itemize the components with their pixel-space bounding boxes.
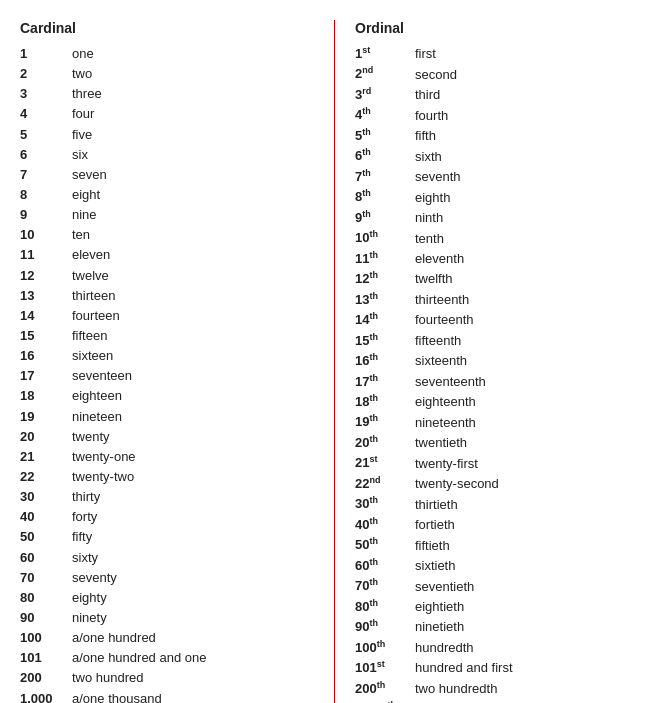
ordinal-word: fourth xyxy=(415,106,448,126)
cardinal-word: thirteen xyxy=(72,286,115,306)
cardinal-word: nine xyxy=(72,205,97,225)
main-container: Cardinal 1one2two3three4four5five6six7se… xyxy=(10,20,659,703)
ordinal-number: 60th xyxy=(355,556,415,576)
cardinal-number: 101 xyxy=(20,648,72,668)
cardinal-number: 13 xyxy=(20,286,72,306)
ordinal-row: 80theightieth xyxy=(355,597,649,617)
ordinal-word: two hundredth xyxy=(415,679,497,699)
ordinal-row: 8theighth xyxy=(355,187,649,207)
cardinal-number: 3 xyxy=(20,84,72,104)
cardinal-word: three xyxy=(72,84,102,104)
cardinal-word: seventy xyxy=(72,568,117,588)
cardinal-number: 16 xyxy=(20,346,72,366)
ordinal-number: 13th xyxy=(355,290,415,310)
ordinal-word: seventieth xyxy=(415,577,474,597)
ordinal-number: 19th xyxy=(355,412,415,432)
ordinal-row: 14thfourteenth xyxy=(355,310,649,330)
ordinal-word: nineteenth xyxy=(415,413,476,433)
ordinal-row: 12thtwelfth xyxy=(355,269,649,289)
ordinal-number: 16th xyxy=(355,351,415,371)
ordinal-number: 10th xyxy=(355,228,415,248)
cardinal-row: 40forty xyxy=(20,507,314,527)
cardinal-word: fifteen xyxy=(72,326,107,346)
cardinal-number: 11 xyxy=(20,245,72,265)
ordinal-row: 2ndsecond xyxy=(355,64,649,84)
cardinal-row: 101a/one hundred and one xyxy=(20,648,314,668)
ordinal-number: 6th xyxy=(355,146,415,166)
ordinal-row: 70thseventieth xyxy=(355,576,649,596)
cardinal-row: 10ten xyxy=(20,225,314,245)
cardinal-row: 18eighteen xyxy=(20,386,314,406)
cardinal-word: seventeen xyxy=(72,366,132,386)
cardinal-number: 15 xyxy=(20,326,72,346)
cardinal-number: 40 xyxy=(20,507,72,527)
ordinal-word: eighth xyxy=(415,188,450,208)
ordinal-row: 9thninth xyxy=(355,208,649,228)
cardinal-number: 70 xyxy=(20,568,72,588)
cardinal-row: 16sixteen xyxy=(20,346,314,366)
cardinal-word: eight xyxy=(72,185,100,205)
cardinal-row: 50fifty xyxy=(20,527,314,547)
ordinal-number: 21st xyxy=(355,453,415,473)
cardinal-row: 100a/one hundred xyxy=(20,628,314,648)
ordinal-word: first xyxy=(415,44,436,64)
ordinal-number: 70th xyxy=(355,576,415,596)
cardinal-list: 1one2two3three4four5five6six7seven8eight… xyxy=(20,44,314,703)
cardinal-number: 80 xyxy=(20,588,72,608)
cardinal-header: Cardinal xyxy=(20,20,314,36)
ordinal-number: 1st xyxy=(355,44,415,64)
ordinal-row: 90thninetieth xyxy=(355,617,649,637)
ordinal-row: 22ndtwenty-second xyxy=(355,474,649,494)
cardinal-word: sixty xyxy=(72,548,98,568)
cardinal-row: 19nineteen xyxy=(20,407,314,427)
ordinal-number: 22nd xyxy=(355,474,415,494)
ordinal-word: seventh xyxy=(415,167,461,187)
ordinal-word: eleventh xyxy=(415,249,464,269)
cardinal-number: 8 xyxy=(20,185,72,205)
ordinal-number: 50th xyxy=(355,535,415,555)
ordinal-row: 6thsixth xyxy=(355,146,649,166)
cardinal-word: a/one hundred xyxy=(72,628,156,648)
ordinal-number: 18th xyxy=(355,392,415,412)
cardinal-row: 80eighty xyxy=(20,588,314,608)
cardinal-word: two xyxy=(72,64,92,84)
ordinal-row: 7thseventh xyxy=(355,167,649,187)
cardinal-number: 9 xyxy=(20,205,72,225)
cardinal-row: 30thirty xyxy=(20,487,314,507)
ordinal-word: ninth xyxy=(415,208,443,228)
cardinal-number: 17 xyxy=(20,366,72,386)
ordinal-word: fortieth xyxy=(415,515,455,535)
cardinal-word: fifty xyxy=(72,527,92,547)
ordinal-number: 200th xyxy=(355,679,415,699)
cardinal-word: thirty xyxy=(72,487,100,507)
ordinal-word: twelfth xyxy=(415,269,453,289)
ordinal-number: 12th xyxy=(355,269,415,289)
ordinal-word: fiftieth xyxy=(415,536,450,556)
cardinal-number: 5 xyxy=(20,125,72,145)
ordinal-row: 1stfirst xyxy=(355,44,649,64)
cardinal-row: 13thirteen xyxy=(20,286,314,306)
cardinal-word: eighty xyxy=(72,588,107,608)
ordinal-row: 101sthundred and first xyxy=(355,658,649,678)
cardinal-row: 60sixty xyxy=(20,548,314,568)
ordinal-number: 40th xyxy=(355,515,415,535)
ordinal-number: 14th xyxy=(355,310,415,330)
cardinal-row: 22twenty-two xyxy=(20,467,314,487)
cardinal-number: 200 xyxy=(20,668,72,688)
ordinal-word: tenth xyxy=(415,229,444,249)
cardinal-word: twenty-two xyxy=(72,467,134,487)
ordinal-number: 17th xyxy=(355,372,415,392)
ordinal-word: second xyxy=(415,65,457,85)
cardinal-word: sixteen xyxy=(72,346,113,366)
cardinal-number: 21 xyxy=(20,447,72,467)
ordinal-word: thirteenth xyxy=(415,290,469,310)
cardinal-row: 4four xyxy=(20,104,314,124)
ordinal-row: 21sttwenty-first xyxy=(355,453,649,473)
ordinal-row: 60thsixtieth xyxy=(355,556,649,576)
ordinal-number: 15th xyxy=(355,331,415,351)
ordinal-row: 4thfourth xyxy=(355,105,649,125)
ordinal-word: thirtieth xyxy=(415,495,458,515)
ordinal-number: 7th xyxy=(355,167,415,187)
cardinal-number: 14 xyxy=(20,306,72,326)
cardinal-row: 12twelve xyxy=(20,266,314,286)
